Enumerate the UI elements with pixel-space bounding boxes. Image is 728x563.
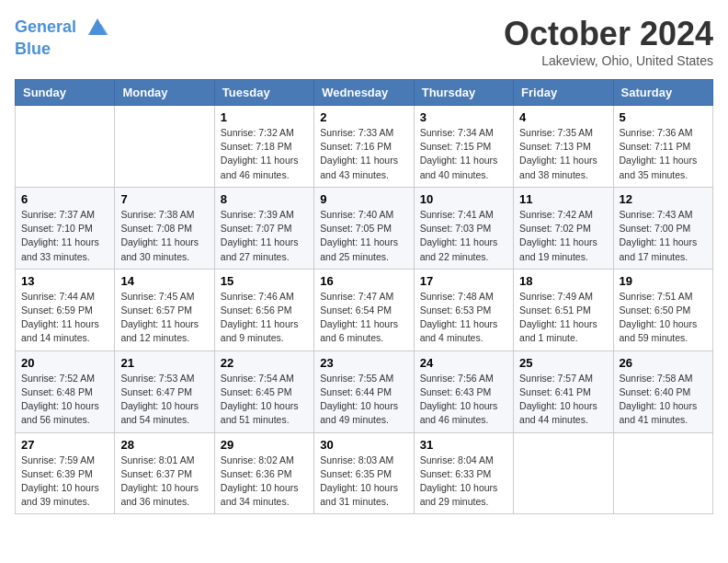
calendar-cell: 14Sunrise: 7:45 AM Sunset: 6:57 PM Dayli… xyxy=(115,269,214,350)
month-title: October 2024 xyxy=(504,15,713,53)
calendar-cell: 21Sunrise: 7:53 AM Sunset: 6:47 PM Dayli… xyxy=(115,350,214,432)
day-number: 30 xyxy=(320,438,407,452)
day-info: Sunrise: 7:57 AM Sunset: 6:41 PM Dayligh… xyxy=(519,372,607,428)
calendar-cell: 26Sunrise: 7:58 AM Sunset: 6:40 PM Dayli… xyxy=(613,350,712,432)
day-number: 2 xyxy=(320,110,407,124)
day-info: Sunrise: 7:44 AM Sunset: 6:59 PM Dayligh… xyxy=(21,290,108,346)
calendar-cell: 7Sunrise: 7:38 AM Sunset: 7:08 PM Daylig… xyxy=(115,187,214,269)
calendar-cell: 20Sunrise: 7:52 AM Sunset: 6:48 PM Dayli… xyxy=(16,350,115,432)
page-header: General Blue October 2024 Lakeview, Ohio… xyxy=(15,15,713,68)
calendar-cell: 23Sunrise: 7:55 AM Sunset: 6:44 PM Dayli… xyxy=(314,350,414,432)
day-info: Sunrise: 7:47 AM Sunset: 6:54 PM Dayligh… xyxy=(320,290,407,346)
day-number: 15 xyxy=(221,274,308,288)
calendar-cell: 17Sunrise: 7:48 AM Sunset: 6:53 PM Dayli… xyxy=(414,269,513,350)
day-info: Sunrise: 8:04 AM Sunset: 6:33 PM Dayligh… xyxy=(420,454,507,510)
calendar-cell: 11Sunrise: 7:42 AM Sunset: 7:02 PM Dayli… xyxy=(514,187,613,269)
day-info: Sunrise: 7:34 AM Sunset: 7:15 PM Dayligh… xyxy=(420,126,507,182)
calendar-cell: 15Sunrise: 7:46 AM Sunset: 6:56 PM Dayli… xyxy=(214,269,313,350)
calendar-cell: 1Sunrise: 7:32 AM Sunset: 7:18 PM Daylig… xyxy=(214,106,313,188)
day-info: Sunrise: 7:40 AM Sunset: 7:05 PM Dayligh… xyxy=(320,208,407,264)
calendar-cell xyxy=(514,432,613,514)
location: Lakeview, Ohio, United States xyxy=(504,53,713,68)
calendar-cell: 30Sunrise: 8:03 AM Sunset: 6:35 PM Dayli… xyxy=(314,432,414,514)
logo-general: General xyxy=(15,17,76,36)
day-info: Sunrise: 7:54 AM Sunset: 6:45 PM Dayligh… xyxy=(221,372,308,428)
day-number: 3 xyxy=(420,110,507,124)
calendar-cell: 19Sunrise: 7:51 AM Sunset: 6:50 PM Dayli… xyxy=(613,269,712,350)
logo: General Blue xyxy=(15,15,110,59)
day-info: Sunrise: 7:41 AM Sunset: 7:03 PM Dayligh… xyxy=(420,208,507,264)
calendar-cell: 24Sunrise: 7:56 AM Sunset: 6:43 PM Dayli… xyxy=(414,350,513,432)
calendar-table: SundayMondayTuesdayWednesdayThursdayFrid… xyxy=(15,79,713,514)
calendar-cell: 6Sunrise: 7:37 AM Sunset: 7:10 PM Daylig… xyxy=(16,187,115,269)
calendar-cell: 29Sunrise: 8:02 AM Sunset: 6:36 PM Dayli… xyxy=(214,432,313,514)
calendar-cell: 31Sunrise: 8:04 AM Sunset: 6:33 PM Dayli… xyxy=(414,432,513,514)
day-number: 13 xyxy=(21,274,108,288)
day-number: 24 xyxy=(420,356,507,370)
calendar-cell: 28Sunrise: 8:01 AM Sunset: 6:37 PM Dayli… xyxy=(115,432,214,514)
day-info: Sunrise: 7:55 AM Sunset: 6:44 PM Dayligh… xyxy=(320,372,407,428)
day-info: Sunrise: 7:59 AM Sunset: 6:39 PM Dayligh… xyxy=(21,454,108,510)
calendar-week-row: 27Sunrise: 7:59 AM Sunset: 6:39 PM Dayli… xyxy=(16,432,713,514)
day-number: 11 xyxy=(519,192,607,206)
day-number: 12 xyxy=(620,192,707,206)
day-number: 27 xyxy=(21,438,108,452)
calendar-cell: 25Sunrise: 7:57 AM Sunset: 6:41 PM Dayli… xyxy=(514,350,613,432)
day-number: 6 xyxy=(21,192,108,206)
day-number: 28 xyxy=(120,438,208,452)
calendar-cell: 10Sunrise: 7:41 AM Sunset: 7:03 PM Dayli… xyxy=(414,187,513,269)
day-info: Sunrise: 7:52 AM Sunset: 6:48 PM Dayligh… xyxy=(21,372,108,428)
day-info: Sunrise: 8:02 AM Sunset: 6:36 PM Dayligh… xyxy=(221,454,308,510)
day-info: Sunrise: 7:53 AM Sunset: 6:47 PM Dayligh… xyxy=(120,372,208,428)
day-number: 16 xyxy=(320,274,407,288)
calendar-cell xyxy=(16,106,115,188)
day-info: Sunrise: 7:51 AM Sunset: 6:50 PM Dayligh… xyxy=(620,290,707,346)
weekday-header-row: SundayMondayTuesdayWednesdayThursdayFrid… xyxy=(16,80,713,106)
calendar-cell: 4Sunrise: 7:35 AM Sunset: 7:13 PM Daylig… xyxy=(514,106,613,188)
day-info: Sunrise: 7:33 AM Sunset: 7:16 PM Dayligh… xyxy=(320,126,407,182)
day-number: 25 xyxy=(519,356,607,370)
day-info: Sunrise: 7:39 AM Sunset: 7:07 PM Dayligh… xyxy=(221,208,308,264)
calendar-cell: 5Sunrise: 7:36 AM Sunset: 7:11 PM Daylig… xyxy=(613,106,712,188)
day-number: 7 xyxy=(120,192,208,206)
day-number: 10 xyxy=(420,192,507,206)
day-info: Sunrise: 7:37 AM Sunset: 7:10 PM Dayligh… xyxy=(21,208,108,264)
logo-text: General xyxy=(15,15,110,40)
calendar-cell: 9Sunrise: 7:40 AM Sunset: 7:05 PM Daylig… xyxy=(314,187,414,269)
day-number: 14 xyxy=(120,274,208,288)
day-info: Sunrise: 7:46 AM Sunset: 6:56 PM Dayligh… xyxy=(221,290,308,346)
day-info: Sunrise: 7:58 AM Sunset: 6:40 PM Dayligh… xyxy=(620,372,707,428)
day-number: 9 xyxy=(320,192,407,206)
day-info: Sunrise: 7:38 AM Sunset: 7:08 PM Dayligh… xyxy=(120,208,208,264)
weekday-header: Monday xyxy=(115,80,214,106)
day-info: Sunrise: 7:42 AM Sunset: 7:02 PM Dayligh… xyxy=(519,208,607,264)
day-info: Sunrise: 7:32 AM Sunset: 7:18 PM Dayligh… xyxy=(221,126,308,182)
calendar-cell: 2Sunrise: 7:33 AM Sunset: 7:16 PM Daylig… xyxy=(314,106,414,188)
calendar-cell xyxy=(613,432,712,514)
calendar-cell: 27Sunrise: 7:59 AM Sunset: 6:39 PM Dayli… xyxy=(16,432,115,514)
day-number: 23 xyxy=(320,356,407,370)
day-number: 22 xyxy=(221,356,308,370)
day-number: 31 xyxy=(420,438,507,452)
day-info: Sunrise: 8:03 AM Sunset: 6:35 PM Dayligh… xyxy=(320,454,407,510)
day-number: 29 xyxy=(221,438,308,452)
weekday-header: Sunday xyxy=(16,80,115,106)
weekday-header: Wednesday xyxy=(314,80,414,106)
weekday-header: Thursday xyxy=(414,80,513,106)
logo-blue: Blue xyxy=(15,40,110,59)
calendar-cell: 12Sunrise: 7:43 AM Sunset: 7:00 PM Dayli… xyxy=(613,187,712,269)
day-info: Sunrise: 7:45 AM Sunset: 6:57 PM Dayligh… xyxy=(120,290,208,346)
calendar-week-row: 1Sunrise: 7:32 AM Sunset: 7:18 PM Daylig… xyxy=(16,106,713,188)
calendar-cell: 8Sunrise: 7:39 AM Sunset: 7:07 PM Daylig… xyxy=(214,187,313,269)
day-number: 5 xyxy=(620,110,707,124)
calendar-cell xyxy=(115,106,214,188)
day-number: 17 xyxy=(420,274,507,288)
day-info: Sunrise: 7:35 AM Sunset: 7:13 PM Dayligh… xyxy=(519,126,607,182)
logo-icon xyxy=(85,15,110,40)
day-info: Sunrise: 7:43 AM Sunset: 7:00 PM Dayligh… xyxy=(620,208,707,264)
calendar-cell: 13Sunrise: 7:44 AM Sunset: 6:59 PM Dayli… xyxy=(16,269,115,350)
day-number: 20 xyxy=(21,356,108,370)
weekday-header: Tuesday xyxy=(214,80,313,106)
calendar-cell: 16Sunrise: 7:47 AM Sunset: 6:54 PM Dayli… xyxy=(314,269,414,350)
day-info: Sunrise: 7:49 AM Sunset: 6:51 PM Dayligh… xyxy=(519,290,607,346)
